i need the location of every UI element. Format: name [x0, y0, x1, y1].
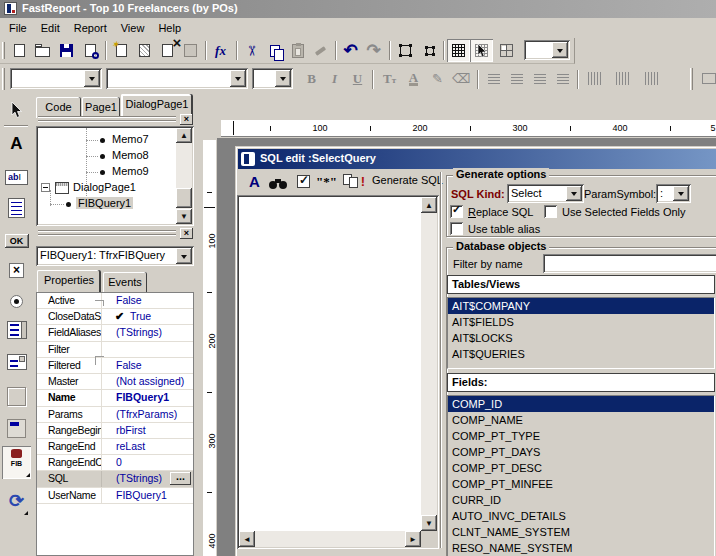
- save-report-icon[interactable]: [55, 39, 78, 62]
- font-color-icon[interactable]: A: [402, 67, 425, 90]
- tree-item-memo7[interactable]: Memo7: [38, 132, 176, 148]
- toolbar-grip3[interactable]: [690, 68, 693, 90]
- table-item[interactable]: AIT$COMPANY: [448, 298, 714, 314]
- table-item[interactable]: AIT$LOCKS: [448, 330, 714, 346]
- edit-control-icon[interactable]: abI: [2, 163, 31, 191]
- bold-icon[interactable]: B: [300, 67, 323, 90]
- font-combo-dropdown-icon[interactable]: [230, 70, 246, 87]
- field-item[interactable]: COMP_ID: [448, 396, 714, 412]
- dialog-controls-icon[interactable]: ⟳: [2, 484, 31, 517]
- page-settings-icon[interactable]: [179, 39, 202, 62]
- filter-input[interactable]: [543, 254, 716, 273]
- underline-icon[interactable]: U: [346, 67, 369, 90]
- font-combo[interactable]: [106, 68, 248, 89]
- memo-control-icon[interactable]: [2, 194, 31, 222]
- sql-memo[interactable]: ▲ ▼ ◄ ►: [237, 195, 439, 549]
- tree-scroll-thumb[interactable]: [176, 188, 192, 208]
- use-table-alias-checkbox[interactable]: [450, 222, 463, 235]
- sql-kind-combo[interactable]: Select: [507, 184, 584, 203]
- tree-scrollbar[interactable]: ▲ ▼: [176, 128, 192, 224]
- check-sql-icon[interactable]: [292, 170, 315, 193]
- align-bottom-icon[interactable]: [640, 67, 663, 90]
- sql-dialog-titlebar[interactable]: SQL edit :SelectQuery: [238, 149, 716, 169]
- insert-expression-icon[interactable]: fx: [209, 39, 232, 62]
- field-item[interactable]: COMP_PT_DAYS: [448, 444, 714, 460]
- field-item[interactable]: COMP_PT_MINFEE: [448, 476, 714, 492]
- align-to-grid-icon[interactable]: [470, 39, 493, 62]
- font-name-icon[interactable]: Tт: [378, 67, 401, 90]
- sql-hscrollbar[interactable]: ◄ ►: [239, 531, 421, 547]
- field-item[interactable]: COMP_PT_TYPE: [448, 428, 714, 444]
- fit-to-grid-icon[interactable]: [495, 39, 518, 62]
- select-tool-icon[interactable]: [2, 96, 31, 124]
- tab-events[interactable]: Events: [103, 272, 147, 293]
- tree-scroll-down-icon[interactable]: ▼: [176, 209, 192, 224]
- style-combo-dropdown-icon[interactable]: [84, 70, 100, 87]
- field-item[interactable]: RESO_NAME_SYSTEM: [448, 540, 714, 556]
- fib-components-icon[interactable]: FIB: [2, 446, 31, 479]
- panel-control-icon[interactable]: [2, 414, 31, 442]
- radiobutton-control-icon[interactable]: [2, 287, 31, 315]
- inspector-panel-header[interactable]: ×: [36, 228, 194, 239]
- new-report-icon[interactable]: [8, 39, 31, 62]
- align-top-icon[interactable]: [583, 67, 606, 90]
- toolbar-grip2[interactable]: [2, 68, 5, 90]
- font-size-combo[interactable]: [252, 68, 293, 89]
- menu-item[interactable]: Help: [151, 20, 188, 36]
- new-report-page-icon[interactable]: ✶: [110, 39, 133, 62]
- font-size-combo-dropdown-icon[interactable]: [275, 70, 291, 87]
- align-center-icon[interactable]: [505, 67, 528, 90]
- menu-item[interactable]: Report: [67, 20, 114, 36]
- sql-scroll-down-icon[interactable]: ▼: [421, 515, 437, 531]
- find-icon[interactable]: [266, 170, 289, 193]
- ungroup-icon[interactable]: [418, 39, 441, 62]
- delete-page-icon[interactable]: ×: [156, 39, 179, 62]
- text-object-icon[interactable]: A: [2, 130, 31, 158]
- style-combo[interactable]: [10, 68, 102, 89]
- property-editor-button[interactable]: ...: [170, 472, 191, 485]
- button-control-icon[interactable]: OK: [2, 227, 31, 255]
- property-row[interactable]: CloseDataSource ✔True: [37, 309, 193, 325]
- align-right-icon[interactable]: [528, 67, 551, 90]
- field-item[interactable]: COMP_NAME: [448, 412, 714, 428]
- bevel-control-icon[interactable]: [2, 382, 31, 410]
- replace-sql-checkbox[interactable]: [450, 205, 463, 218]
- use-selected-fields-checkbox[interactable]: [544, 205, 557, 218]
- highlight-icon[interactable]: ✎: [426, 67, 449, 90]
- object-selector-combo[interactable]: FIBQuery1: TfrxFIBQuery: [36, 246, 194, 266]
- align-justify-icon[interactable]: [551, 67, 574, 90]
- property-row[interactable]: SQL (TStrings)...: [37, 471, 193, 487]
- format-painter-icon[interactable]: [309, 39, 332, 62]
- checkbox-control-icon[interactable]: ×: [2, 256, 31, 284]
- undo-icon[interactable]: ↶: [339, 39, 362, 62]
- generate-sql-icon[interactable]: !: [341, 170, 367, 193]
- property-row[interactable]: Filter: [37, 342, 193, 358]
- align-middle-icon[interactable]: [611, 67, 634, 90]
- tree-panel-header[interactable]: ×: [36, 114, 194, 125]
- tree-panel-close-icon[interactable]: ×: [180, 114, 193, 125]
- table-item[interactable]: AIT$FIELDS: [448, 314, 714, 330]
- property-row[interactable]: RangeEndCo 0: [37, 455, 193, 471]
- property-row[interactable]: RangeBegin rbFirst: [37, 423, 193, 439]
- property-row[interactable]: Name FIBQuery1: [37, 390, 193, 406]
- cut-icon[interactable]: ✂: [240, 39, 263, 62]
- tab-properties[interactable]: Properties: [37, 270, 101, 293]
- sql-scroll-left-icon[interactable]: ◄: [239, 531, 255, 547]
- param-symbol-combo[interactable]: :: [656, 184, 691, 203]
- align-left-icon[interactable]: [482, 67, 505, 90]
- property-row[interactable]: RangeEnd reLast: [37, 439, 193, 455]
- table-item[interactable]: AIT$QUERIES: [448, 346, 714, 362]
- zoom-combo-dropdown-icon[interactable]: [552, 42, 568, 58]
- property-row[interactable]: Active False: [37, 293, 193, 309]
- tree-item-memo8[interactable]: Memo8: [38, 148, 176, 164]
- property-row[interactable]: FieldAliases (TStrings): [37, 325, 193, 341]
- property-row[interactable]: UserName FIBQuery1: [37, 488, 193, 504]
- param-symbol-dropdown-icon[interactable]: [673, 186, 689, 201]
- tree-item-fibquery1[interactable]: FIBQuery1: [38, 196, 176, 212]
- text-rotation-icon[interactable]: ⌫: [450, 67, 473, 90]
- property-row[interactable]: Filtered False: [37, 358, 193, 374]
- field-item[interactable]: COMP_PT_DESC: [448, 460, 714, 476]
- menu-item[interactable]: Edit: [34, 20, 67, 36]
- preview-icon[interactable]: [79, 39, 102, 62]
- sql-scroll-up-icon[interactable]: ▲: [421, 197, 437, 213]
